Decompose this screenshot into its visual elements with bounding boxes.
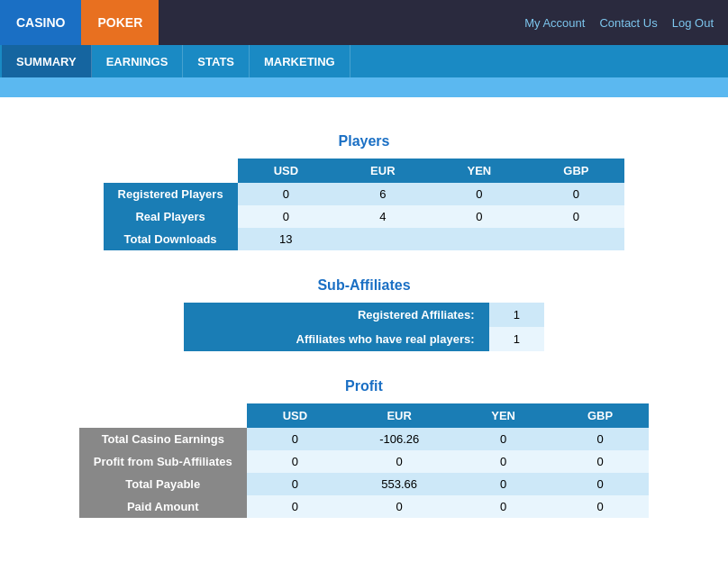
profit-col-usd: USD [247, 403, 343, 428]
players-cell: 0 [432, 205, 528, 228]
tab-marketing[interactable]: MARKETING [250, 45, 350, 77]
profit-cell: 0 [455, 495, 551, 518]
table-row: Affiliates who have real players:1 [184, 327, 544, 351]
sub-affiliates-table: Registered Affiliates:1Affiliates who ha… [184, 303, 544, 351]
players-row-label: Real Players [104, 205, 238, 228]
sub-affiliates-section-title: Sub-Affiliates [54, 277, 674, 294]
players-row-label: Total Downloads [104, 228, 238, 250]
profit-cell: 0 [551, 450, 649, 473]
profit-row-label: Profit from Sub-Affiliates [79, 450, 247, 473]
profit-row-label: Paid Amount [79, 495, 247, 518]
profit-cell: 0 [343, 450, 455, 473]
players-cell [432, 228, 528, 250]
top-nav-right: My Account Contact Us Log Out [524, 16, 728, 30]
tab-stats[interactable]: STATS [183, 45, 250, 77]
poker-tab[interactable]: POKER [81, 0, 159, 45]
profit-col-yen: YEN [455, 403, 551, 428]
profit-table: USD EUR YEN GBP Total Casino Earnings0-1… [79, 403, 649, 518]
profit-cell: 0 [455, 450, 551, 473]
profit-col-eur: EUR [343, 403, 455, 428]
main-content: Players USD EUR YEN GBP Registered Playe… [0, 97, 728, 563]
profit-col-gbp: GBP [551, 403, 649, 428]
players-section-title: Players [54, 133, 674, 150]
sub-aff-row-label: Registered Affiliates: [184, 303, 489, 327]
profit-cell: 0 [455, 428, 551, 450]
table-row: Total Casino Earnings0-106.2600 [79, 428, 649, 450]
table-row: Real Players0400 [104, 205, 625, 228]
casino-tab[interactable]: CASINO [0, 0, 81, 45]
players-cell: 6 [334, 183, 431, 205]
table-row: Profit from Sub-Affiliates0000 [79, 450, 649, 473]
profit-cell: 0 [247, 450, 343, 473]
players-table: USD EUR YEN GBP Registered Players0600Re… [104, 159, 625, 250]
profit-cell: 0 [455, 473, 551, 495]
players-col-empty [104, 159, 238, 183]
top-nav: CASINO POKER My Account Contact Us Log O… [0, 0, 728, 45]
players-cell: 0 [432, 183, 528, 205]
players-col-gbp: GBP [527, 159, 624, 183]
profit-cell: 0 [551, 428, 649, 450]
profit-col-empty [79, 403, 247, 428]
tab-earnings[interactable]: EARNINGS [92, 45, 184, 77]
table-row: Registered Players0600 [104, 183, 625, 205]
players-cell: 0 [527, 183, 624, 205]
tab-summary[interactable]: SUMMARY [2, 45, 92, 77]
table-row: Total Downloads13 [104, 228, 625, 250]
table-row: Total Payable0553.6600 [79, 473, 649, 495]
sub-aff-cell: 1 [489, 303, 545, 327]
players-cell [334, 228, 431, 250]
profit-cell: 553.66 [343, 473, 455, 495]
sub-nav: SUMMARY EARNINGS STATS MARKETING [0, 45, 728, 77]
table-row: Registered Affiliates:1 [184, 303, 544, 327]
top-nav-left: CASINO POKER [0, 0, 159, 45]
sub-aff-row-label: Affiliates who have real players: [184, 327, 489, 351]
table-row: Paid Amount0000 [79, 495, 649, 518]
profit-cell: 0 [247, 473, 343, 495]
players-col-yen: YEN [432, 159, 528, 183]
players-cell: 0 [527, 205, 624, 228]
players-cell: 4 [334, 205, 431, 228]
sub-aff-cell: 1 [489, 327, 545, 351]
profit-cell: 0 [551, 495, 649, 518]
players-cell: 13 [238, 228, 334, 250]
profit-cell: -106.26 [343, 428, 455, 450]
profit-row-label: Total Payable [79, 473, 247, 495]
players-col-eur: EUR [334, 159, 431, 183]
players-row-label: Registered Players [104, 183, 238, 205]
profit-cell: 0 [551, 473, 649, 495]
log-out-link[interactable]: Log Out [672, 16, 714, 30]
players-cell [527, 228, 624, 250]
contact-us-link[interactable]: Contact Us [599, 16, 657, 30]
profit-section-title: Profit [54, 378, 674, 394]
profit-cell: 0 [343, 495, 455, 518]
players-col-usd: USD [238, 159, 334, 183]
profit-row-label: Total Casino Earnings [79, 428, 247, 450]
profit-cell: 0 [247, 428, 343, 450]
profit-cell: 0 [247, 495, 343, 518]
blue-strip-decoration [0, 77, 728, 97]
players-cell: 0 [238, 205, 334, 228]
players-cell: 0 [238, 183, 334, 205]
my-account-link[interactable]: My Account [524, 16, 585, 30]
